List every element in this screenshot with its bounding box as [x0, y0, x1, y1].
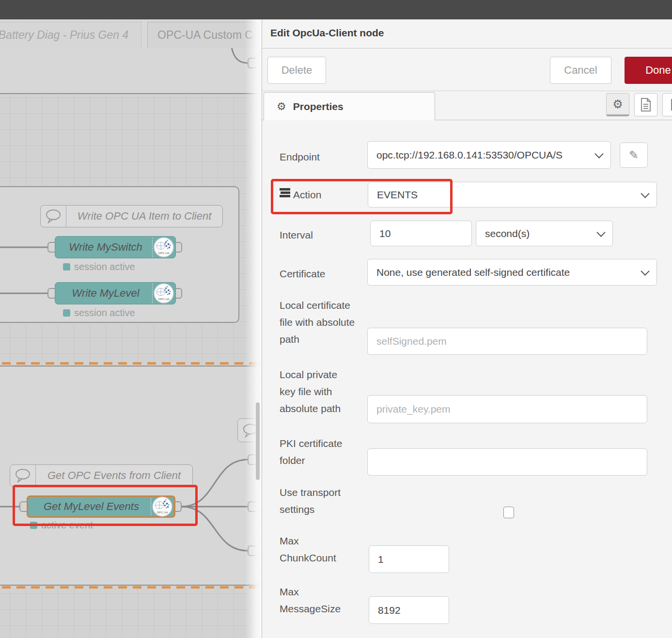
pencil-icon: ✎: [629, 148, 639, 162]
max-messagesize-label: Max MessageSize: [280, 583, 343, 617]
private-key-label: Local private key file with absolute pat…: [280, 366, 345, 417]
chevron-down-icon: [641, 189, 649, 198]
node-status: session active: [63, 307, 135, 319]
edit-tray: Edit OpcUa-Client node Delete Cancel Don…: [262, 19, 672, 638]
interval-unit-select[interactable]: second(s): [476, 221, 613, 246]
tab-properties[interactable]: ⚙ Properties: [264, 92, 435, 120]
node-icon-separator: [152, 284, 153, 303]
node-write-myswitch[interactable]: Write MySwitch OPC UA: [55, 236, 176, 258]
workspace-scrollbar[interactable]: [256, 402, 260, 480]
certificate-label: Certificate: [280, 265, 326, 282]
status-dot-icon: [63, 309, 70, 317]
tray-title: Edit OpcUa-Client node: [270, 27, 384, 39]
edit-endpoint-button[interactable]: ✎: [620, 143, 648, 168]
comment-label: Get OPC Events from Client: [36, 469, 192, 482]
workspace-tab-bar: Battery Diag - Prius Gen 4 OPC-UA Custom…: [0, 19, 262, 48]
endpoint-label: Endpoint: [280, 148, 320, 165]
gear-icon: ⚙: [277, 100, 286, 113]
tab-label: OPC-UA Custom C: [157, 29, 253, 42]
nodered-header-bar: [0, 0, 672, 19]
delete-button-label: Delete: [281, 64, 313, 77]
chevron-down-icon: [594, 149, 603, 158]
max-chunkcount-input[interactable]: [369, 545, 449, 573]
done-button[interactable]: Done: [625, 57, 672, 84]
flow-workspace: Battery Diag - Prius Gen 4 OPC-UA Custom…: [0, 19, 262, 638]
node-status: session active: [63, 261, 135, 272]
speech-bubble-icon: [41, 206, 66, 227]
comment-label: Write OPC UA Item to Client: [66, 210, 222, 223]
cancel-button-label: Cancel: [564, 64, 597, 77]
opcua-badge-icon: OPC UA: [154, 283, 174, 303]
pki-folder-input[interactable]: [367, 448, 647, 476]
comment-node-write[interactable]: Write OPC UA Item to Client: [40, 205, 223, 227]
interval-input[interactable]: [370, 221, 472, 246]
transport-label: Use transport settings: [280, 484, 366, 518]
delete-button[interactable]: Delete: [267, 57, 326, 84]
flow-canvas[interactable]: Write OPC UA Item to Client Write MySwit…: [0, 48, 262, 638]
status-dot-icon: [63, 263, 70, 271]
interval-label: Interval: [280, 226, 313, 243]
status-label: session active: [74, 261, 135, 272]
max-messagesize-input[interactable]: [369, 596, 449, 624]
edit-description-icon-button[interactable]: [634, 93, 657, 116]
app-frame: Battery Diag - Prius Gen 4 OPC-UA Custom…: [0, 0, 672, 638]
status-label: session active: [74, 307, 135, 319]
certificate-value: None, use generated self-signed certific…: [376, 267, 570, 278]
transport-checkbox[interactable]: [503, 507, 514, 518]
tab-label: Battery Diag - Prius Gen 4: [0, 29, 128, 42]
edit-appearance-icon-button[interactable]: [662, 93, 672, 116]
svg-text:OPC UA: OPC UA: [158, 252, 169, 255]
edit-properties-icon-button[interactable]: ⚙: [606, 93, 629, 116]
speech-bubble-icon: [10, 465, 36, 486]
divider: [262, 91, 672, 91]
opcua-badge-icon: OPC UA: [154, 237, 174, 257]
done-button-label: Done: [645, 64, 671, 77]
private-key-input[interactable]: [367, 395, 647, 423]
comment-node-get[interactable]: Get OPC Events from Client: [10, 464, 193, 487]
svg-text:OPC UA: OPC UA: [158, 298, 169, 301]
pki-folder-label: PKI certificate folder: [280, 435, 366, 469]
endpoint-select[interactable]: opc.tcp://192.168.0.141:53530/OPCUA/S: [367, 141, 611, 169]
endpoint-value: opc.tcp://192.168.0.141:53530/OPCUA/S: [376, 149, 563, 161]
chevron-down-icon: [641, 267, 649, 275]
document-icon: [641, 98, 651, 112]
local-cert-input[interactable]: [367, 328, 647, 355]
interval-unit-value: second(s): [485, 228, 530, 239]
tray-header: Edit OpcUa-Client node: [262, 19, 672, 48]
cancel-button[interactable]: Cancel: [550, 57, 611, 84]
tab-battery-diag[interactable]: Battery Diag - Prius Gen 4: [0, 22, 141, 48]
annotation-box-action: [271, 179, 453, 214]
annotation-box-node: [13, 485, 198, 526]
node-write-mylevel[interactable]: Write MyLevel OPC UA: [55, 282, 176, 304]
gear-icon: ⚙: [612, 97, 623, 111]
tab-properties-label: Properties: [293, 101, 344, 112]
wires-layer: [0, 48, 262, 638]
node-icon-separator: [152, 238, 153, 257]
appearance-icon: [669, 98, 672, 112]
local-cert-label: Local certificate file with absolute pat…: [280, 297, 366, 348]
chevron-down-icon: [596, 228, 605, 237]
certificate-select[interactable]: None, use generated self-signed certific…: [367, 259, 657, 286]
tray-shadow: [245, 19, 262, 638]
max-chunkcount-label: Max ChunkCount: [280, 532, 343, 566]
